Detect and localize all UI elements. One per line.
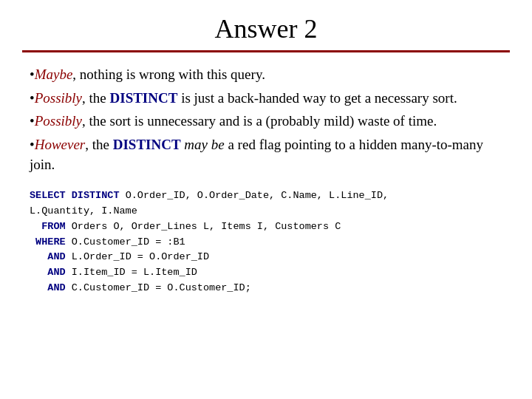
and-keyword-3: AND: [47, 282, 65, 293]
page-title: Answer 2: [22, 13, 510, 44]
code-block: SELECT DISTINCT O.Order_ID, O.Order_Date…: [22, 188, 510, 296]
code-line-4: WHERE O.Customer_ID = :B1: [30, 235, 502, 250]
list-item: •Maybe, nothing is wrong with this query…: [30, 64, 502, 85]
distinct-keyword-1: DISTINCT: [110, 90, 178, 106]
bullet-dot: •: [30, 113, 35, 129]
code-line-7: AND C.Customer_ID = O.Customer_ID;: [30, 281, 502, 296]
distinct-keyword-2: DISTINCT: [113, 137, 181, 152]
and-keyword-2: AND: [47, 267, 65, 278]
where-keyword: WHERE: [35, 236, 66, 248]
bullet-text-1: , nothing is wrong with this query.: [72, 66, 265, 82]
and-keyword-1: AND: [47, 251, 65, 262]
bullet-list: •Maybe, nothing is wrong with this query…: [22, 64, 510, 175]
code-line-6: AND I.Item_ID = L.Item_ID: [30, 265, 502, 281]
from-keyword: FROM: [41, 221, 65, 232]
page: Answer 2 •Maybe, nothing is wrong with t…: [0, 0, 532, 399]
code-line-2: L.Quantity, I.Name: [30, 204, 502, 219]
distinct-keyword-code: DISTINCT: [72, 190, 120, 201]
section-divider: [22, 50, 510, 52]
bullet-text-2a: , the: [82, 90, 109, 106]
code-line-5: AND L.Order_ID = O.Order_ID: [30, 250, 502, 265]
bullet-dot: •: [30, 66, 35, 82]
bullet-label-maybe: Maybe: [35, 66, 73, 82]
select-keyword: SELECT: [30, 190, 66, 201]
bullet-label-however: However: [35, 137, 86, 152]
bullet-text-4a: , the: [85, 137, 112, 152]
bullet-text-2b: is just a back-handed way to get a neces…: [177, 90, 457, 106]
code-line-3: FROM Orders O, Order_Lines L, Items I, C…: [30, 219, 502, 235]
list-item: •However, the DISTINCT may be a red flag…: [30, 134, 502, 175]
bullet-text-3: , the sort is unnecessary and is a (prob…: [82, 113, 437, 129]
list-item: •Possibly, the DISTINCT is just a back-h…: [30, 88, 502, 109]
code-line-1: SELECT DISTINCT O.Order_ID, O.Order_Date…: [30, 188, 502, 204]
bullet-label-possibly2: Possibly: [35, 113, 82, 129]
bullet-dot: •: [30, 90, 35, 106]
bullet-dot: •: [30, 137, 35, 152]
title-section: Answer 2: [22, 0, 510, 50]
bullet-label-possibly1: Possibly: [35, 90, 82, 106]
list-item: •Possibly, the sort is unnecessary and i…: [30, 111, 502, 132]
